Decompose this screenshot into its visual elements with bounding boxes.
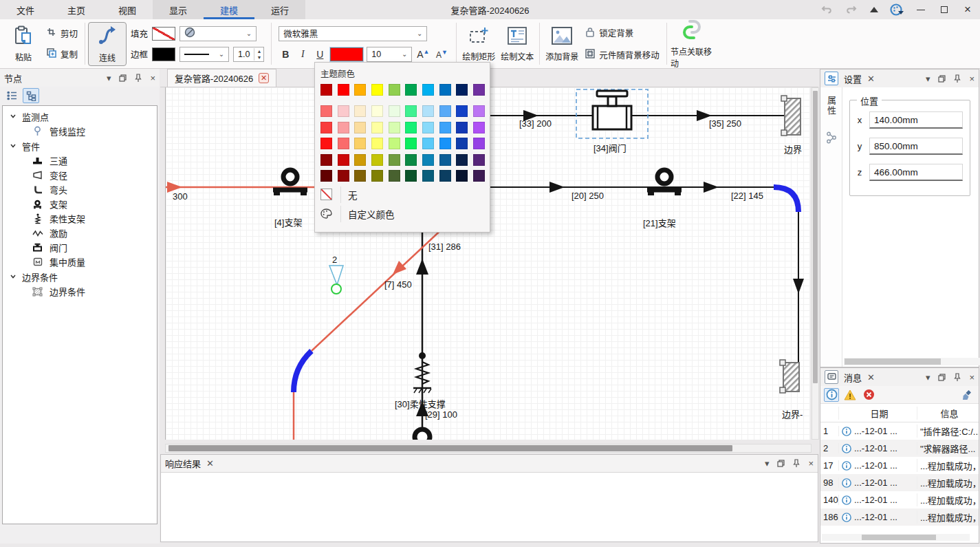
redo-icon[interactable] (841, 1, 860, 18)
node-link-move-button[interactable]: 节点关联移动 (670, 22, 715, 66)
color-swatch[interactable] (439, 154, 451, 166)
panel-float-icon[interactable] (777, 460, 785, 467)
color-swatch[interactable] (354, 138, 366, 149)
draw-rect-button[interactable]: 绘制矩形 (459, 22, 498, 66)
copy-button[interactable]: 复制 (47, 47, 78, 62)
tree-view-toggle[interactable] (23, 88, 39, 103)
color-swatch[interactable] (422, 154, 434, 166)
boundary-node-top[interactable] (781, 96, 801, 136)
color-swatch[interactable] (456, 84, 468, 96)
color-swatch[interactable] (389, 105, 400, 117)
bold-button[interactable]: B (279, 47, 292, 61)
color-swatch[interactable] (389, 122, 400, 133)
message-row[interactable]: 140...-12-01 ......程加载成功，.. (820, 491, 979, 508)
panel-close-icon[interactable]: × (969, 372, 974, 383)
draw-text-button[interactable]: 绘制文本 (498, 22, 536, 66)
color-swatch[interactable] (422, 105, 434, 117)
spinner-arrows-icon[interactable]: ▲▼ (254, 48, 263, 61)
valve-node-34[interactable] (576, 89, 648, 138)
font-color-swatch[interactable] (330, 47, 363, 61)
panel-float-icon[interactable] (938, 75, 946, 83)
color-swatch[interactable] (371, 154, 383, 166)
messages-tab-close-icon[interactable]: ✕ (867, 372, 875, 383)
message-row[interactable]: 186...-12-01 ......程加载成功，.. (820, 508, 979, 526)
color-swatch[interactable] (371, 170, 383, 182)
filter-info-button[interactable] (824, 388, 839, 402)
tree-item-管线监控[interactable]: 管线监控 (3, 124, 157, 138)
support-node-21[interactable] (647, 170, 682, 195)
color-swatch[interactable] (354, 170, 366, 182)
color-swatch[interactable] (473, 170, 485, 182)
border-color-swatch[interactable] (152, 47, 175, 61)
tree-item-三通[interactable]: 三通 (3, 153, 157, 168)
minimize-button[interactable] (911, 1, 930, 18)
collapse-ribbon-icon[interactable] (864, 1, 884, 18)
tree-group-管件[interactable]: 管件 (3, 138, 157, 153)
move-with-background-button[interactable]: 元件随背景移动 (585, 47, 660, 63)
message-row[interactable]: 17...-12-01 ......程加载成功，.. (820, 457, 979, 474)
color-swatch[interactable] (422, 122, 434, 133)
increase-font-button[interactable]: A▲ (415, 48, 431, 60)
font-family-combo[interactable]: 微软雅黑 ⌄ (279, 26, 427, 41)
underline-button[interactable]: U (313, 47, 327, 61)
color-swatch[interactable] (405, 170, 417, 182)
decrease-font-button[interactable]: A▼ (434, 49, 449, 60)
line-width-spinner[interactable]: 1.0 ▲▼ (233, 47, 264, 62)
color-swatch[interactable] (456, 170, 468, 182)
x-input[interactable]: 140.00mm (869, 111, 963, 129)
color-swatch[interactable] (320, 138, 332, 149)
cut-button[interactable]: 剪切 (47, 26, 78, 41)
support-node-bottom[interactable] (415, 429, 430, 440)
messages-horizontal-scrollbar[interactable] (822, 534, 970, 541)
panel-close-icon[interactable]: × (969, 74, 974, 84)
color-swatch[interactable] (456, 122, 468, 133)
y-input[interactable]: 850.00mm (869, 138, 963, 155)
undo-icon[interactable] (818, 1, 837, 18)
panel-float-icon[interactable] (938, 374, 946, 381)
theme-palette-icon[interactable] (888, 1, 907, 18)
message-row[interactable]: 98...-12-01 ......程加载成功，.. (820, 474, 979, 491)
color-swatch[interactable] (405, 105, 417, 117)
color-swatch[interactable] (422, 84, 434, 96)
color-none-option[interactable]: 无 (320, 186, 490, 203)
color-swatch[interactable] (405, 154, 417, 166)
color-swatch[interactable] (405, 122, 417, 133)
filter-warning-button[interactable] (842, 388, 858, 402)
tab-properties[interactable]: 属性 (825, 96, 838, 116)
color-swatch[interactable] (439, 138, 451, 149)
custom-color-option[interactable]: 自定义颜色 (320, 206, 490, 222)
color-swatch[interactable] (456, 138, 468, 149)
tree-item-弯头[interactable]: 弯头 (3, 182, 157, 197)
color-swatch[interactable] (354, 105, 366, 117)
panel-pin-icon[interactable] (135, 74, 142, 83)
color-swatch[interactable] (354, 122, 366, 133)
panel-dropdown-icon[interactable]: ▾ (926, 74, 930, 84)
panel-dropdown-icon[interactable]: ▾ (765, 458, 770, 469)
panel-dropdown-icon[interactable]: ▾ (926, 372, 930, 383)
color-swatch[interactable] (338, 170, 349, 182)
color-swatch[interactable] (389, 170, 400, 182)
color-swatch[interactable] (354, 84, 366, 96)
color-swatch[interactable] (371, 84, 383, 96)
color-swatch[interactable] (439, 105, 451, 117)
elbow-node-22[interactable] (774, 187, 798, 212)
color-swatch[interactable] (338, 154, 349, 166)
color-swatch[interactable] (473, 105, 485, 117)
maximize-button[interactable] (935, 1, 954, 18)
color-swatch[interactable] (422, 170, 434, 182)
color-swatch[interactable] (473, 84, 485, 96)
panel-pin-icon[interactable] (793, 459, 800, 468)
color-swatch[interactable] (338, 84, 349, 96)
monitor-point-marker[interactable] (329, 266, 343, 294)
connect-line-button[interactable]: 连线 (88, 22, 127, 66)
pipe-right-vertical[interactable] (793, 212, 804, 376)
tree-item-激励[interactable]: 激励 (3, 226, 157, 240)
column-info[interactable]: 信息 (917, 407, 979, 420)
menu-item-运行[interactable]: 运行 (254, 0, 305, 19)
color-swatch[interactable] (338, 122, 349, 133)
color-swatch[interactable] (338, 138, 349, 149)
boundary-node-bottom[interactable] (780, 360, 799, 393)
settings-horizontal-scrollbar[interactable] (844, 358, 980, 365)
color-swatch[interactable] (473, 122, 485, 133)
paste-button[interactable]: 粘贴 (4, 22, 43, 66)
